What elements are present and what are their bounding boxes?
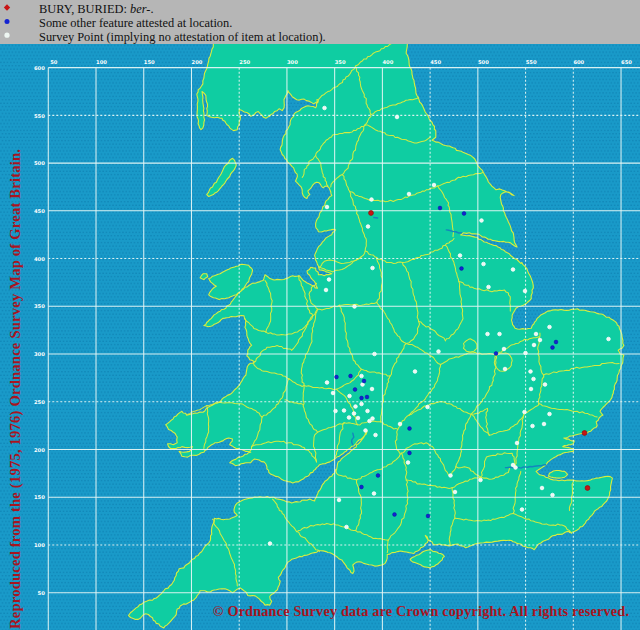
survey-point xyxy=(520,508,524,512)
grid-label-northing: 400 xyxy=(34,256,45,262)
legend-blue-dot xyxy=(5,19,10,24)
survey-point xyxy=(585,486,590,491)
survey-point xyxy=(373,352,377,356)
survey-point xyxy=(462,212,466,216)
survey-point xyxy=(458,254,462,258)
survey-point xyxy=(538,338,542,342)
survey-point xyxy=(486,332,490,336)
survey-point xyxy=(325,381,329,385)
survey-point xyxy=(511,268,515,272)
survey-point xyxy=(408,427,412,431)
survey-point xyxy=(323,106,327,110)
survey-point xyxy=(438,206,442,210)
survey-point xyxy=(548,412,552,416)
grid-label-easting: 350 xyxy=(335,59,346,65)
survey-point xyxy=(534,332,538,336)
survey-point xyxy=(334,409,338,413)
survey-point xyxy=(360,402,364,406)
survey-point xyxy=(523,289,527,293)
map-canvas[interactable]: 5010015020025030035040045050055060065060… xyxy=(0,0,640,630)
grid-label-easting: 500 xyxy=(478,59,489,65)
survey-point xyxy=(437,350,441,354)
survey-point xyxy=(582,431,587,436)
survey-point xyxy=(335,375,339,379)
survey-point xyxy=(406,461,410,465)
grid-label-northing: 350 xyxy=(34,303,45,309)
survey-point xyxy=(554,340,558,344)
survey-point xyxy=(360,485,364,489)
survey-point xyxy=(432,183,436,187)
survey-point xyxy=(354,405,358,409)
survey-point xyxy=(532,343,536,347)
survey-point xyxy=(395,115,399,119)
survey-point xyxy=(551,493,555,497)
survey-point xyxy=(370,198,374,202)
survey-point xyxy=(449,474,453,478)
survey-point xyxy=(348,394,352,398)
survey-point xyxy=(426,405,430,409)
grid-label-northing: 550 xyxy=(34,113,45,119)
survey-point xyxy=(364,429,368,433)
survey-point xyxy=(460,267,464,271)
grid-label-easting: 450 xyxy=(430,59,441,65)
grid-label-easting: 250 xyxy=(239,59,250,65)
survey-point xyxy=(515,441,519,445)
legend-white-dot xyxy=(4,33,9,38)
survey-point xyxy=(360,396,364,400)
survey-point xyxy=(362,379,366,383)
survey-point xyxy=(529,387,533,391)
survey-point xyxy=(368,419,372,423)
survey-point xyxy=(426,514,430,518)
grid-label-northing: 200 xyxy=(34,447,45,453)
grid-label-easting: 550 xyxy=(526,59,537,65)
survey-point xyxy=(607,337,611,341)
survey-point xyxy=(398,422,402,426)
survey-point xyxy=(514,466,518,470)
survey-point xyxy=(352,412,356,416)
survey-point xyxy=(413,370,417,374)
survey-point xyxy=(543,383,547,387)
survey-point xyxy=(331,391,335,395)
grid-label-northing: 300 xyxy=(34,351,45,357)
survey-point xyxy=(361,383,365,387)
grid-label-northing: 450 xyxy=(34,208,45,214)
survey-point xyxy=(369,211,374,216)
survey-point xyxy=(337,498,341,502)
survey-point xyxy=(347,416,351,420)
grid-label-northing: 250 xyxy=(34,399,45,405)
survey-point xyxy=(360,374,364,378)
survey-point xyxy=(503,367,507,371)
grid-label-northing: 100 xyxy=(34,542,45,548)
grid-label-northing: 500 xyxy=(34,160,45,166)
survey-point xyxy=(353,305,357,309)
grid-label-northing: 600 xyxy=(34,65,45,71)
legend-red-dot xyxy=(4,4,10,10)
dialect-survey-map-page: { "legend": { "items": [ { "marker": "re… xyxy=(0,0,640,630)
survey-point xyxy=(502,347,506,351)
survey-point xyxy=(540,486,544,490)
survey-point xyxy=(376,474,380,478)
legend: BURY, BURIED: ber-. Some other feature a… xyxy=(0,0,640,44)
survey-point xyxy=(372,492,376,496)
survey-point xyxy=(407,192,411,196)
grid-label-easting: 100 xyxy=(96,59,107,65)
legend-item-survey: Survey Point (implying no attestation of… xyxy=(39,31,326,43)
grid-label-easting: 600 xyxy=(573,59,584,65)
survey-point xyxy=(487,285,491,289)
survey-point xyxy=(480,219,484,223)
survey-point xyxy=(524,351,528,355)
survey-point xyxy=(498,332,502,336)
survey-point xyxy=(342,409,346,413)
survey-point xyxy=(479,478,483,482)
survey-point xyxy=(482,262,486,266)
grid-label-easting: 150 xyxy=(144,59,155,65)
survey-point xyxy=(551,346,555,350)
survey-point xyxy=(542,422,546,426)
survey-point xyxy=(371,266,375,270)
grid-label-easting: 200 xyxy=(192,59,203,65)
survey-point xyxy=(523,410,527,414)
grid-label-northing: 150 xyxy=(34,494,45,500)
survey-point xyxy=(268,542,272,546)
survey-point xyxy=(325,205,329,209)
grid-label-easting: 300 xyxy=(287,59,298,65)
